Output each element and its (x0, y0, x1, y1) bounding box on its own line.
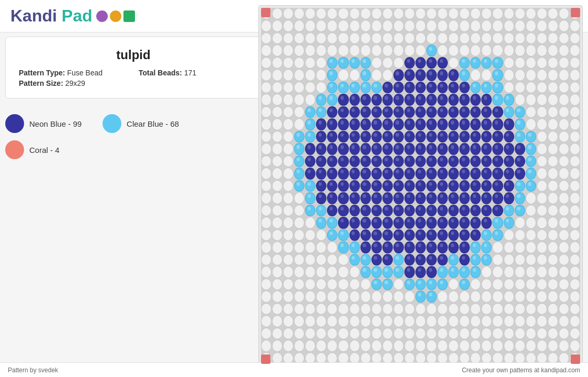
bead (272, 266, 282, 278)
bead (305, 328, 315, 339)
bead (382, 328, 393, 339)
bead (305, 82, 315, 93)
bead (492, 266, 503, 278)
bead (537, 32, 547, 44)
color-row-neon-blue: Neon Blue - 99 (5, 114, 82, 133)
bead (548, 168, 558, 179)
bead (305, 254, 315, 265)
bead (481, 229, 492, 241)
bead (437, 254, 448, 265)
bead (437, 131, 448, 142)
bead (492, 180, 503, 192)
bead (316, 254, 326, 265)
bead (327, 143, 337, 154)
bead (261, 57, 272, 69)
bead (470, 180, 481, 192)
bead (294, 315, 304, 327)
bead (360, 241, 371, 253)
bead (338, 106, 348, 118)
bead (283, 57, 293, 69)
bead (305, 192, 315, 204)
bead (393, 131, 404, 142)
bead (437, 315, 448, 327)
bead (272, 328, 282, 339)
bead (459, 20, 470, 31)
bead (371, 106, 382, 118)
logo-pad-text: Pad (57, 6, 93, 25)
bead (294, 69, 304, 81)
bead (448, 303, 459, 315)
bead (272, 180, 282, 192)
bead (305, 69, 315, 81)
bead (526, 106, 536, 118)
bead (448, 94, 459, 105)
bead (437, 143, 448, 154)
bead (316, 8, 326, 19)
bead (316, 118, 326, 130)
bead (504, 57, 514, 69)
corner-marker-br (571, 354, 580, 364)
bead (492, 45, 503, 56)
bead (316, 340, 326, 351)
bead (459, 303, 470, 315)
bead (537, 156, 547, 167)
bead (504, 340, 514, 351)
bead (426, 229, 437, 241)
bead (393, 315, 404, 327)
bead (393, 205, 404, 216)
bead (537, 69, 547, 81)
bead (371, 8, 382, 19)
bead (504, 131, 514, 142)
bead (283, 106, 293, 118)
bead (261, 69, 272, 81)
bead (559, 156, 569, 167)
bead (537, 168, 547, 179)
bead (526, 32, 536, 44)
bead (349, 279, 360, 290)
bead (316, 32, 326, 44)
bead (448, 254, 459, 265)
bead (316, 20, 326, 31)
bead (515, 340, 525, 351)
bead (526, 229, 536, 241)
bead (294, 131, 304, 142)
bead (272, 45, 282, 56)
bead (316, 192, 326, 204)
bead (437, 217, 448, 228)
bead (283, 192, 293, 204)
bead (283, 229, 293, 241)
bead (316, 156, 326, 167)
bead (526, 303, 536, 315)
bead (537, 241, 547, 253)
bead (492, 315, 503, 327)
bead (338, 82, 348, 93)
bead (526, 192, 536, 204)
bead (537, 328, 547, 339)
bead (426, 241, 437, 253)
bead (371, 94, 382, 105)
bead (283, 131, 293, 142)
bead (570, 205, 580, 216)
bead (426, 168, 437, 179)
bead (283, 143, 293, 154)
bead (459, 205, 470, 216)
bead (272, 254, 282, 265)
bead (570, 340, 580, 351)
bead (338, 57, 348, 69)
bead (548, 106, 558, 118)
bead (371, 254, 382, 265)
bead (492, 192, 503, 204)
bead (448, 69, 459, 81)
bead (349, 8, 360, 19)
bead (261, 205, 272, 216)
bead (404, 254, 415, 265)
bead (470, 241, 481, 253)
footer-left: Pattern by svedek (8, 367, 58, 374)
bead (570, 241, 580, 253)
bead (272, 131, 282, 142)
bead (570, 291, 580, 302)
swatch-coral (5, 140, 24, 159)
bead (261, 20, 272, 31)
bead (437, 168, 448, 179)
bead (272, 82, 282, 93)
